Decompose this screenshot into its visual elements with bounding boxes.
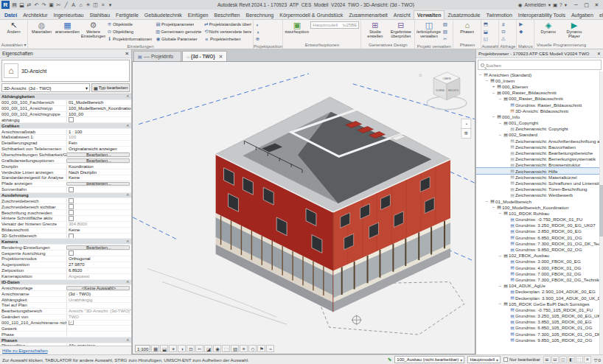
expander-icon[interactable]: +: [491, 84, 496, 88]
close-tab-icon[interactable]: ✕: [219, 54, 223, 60]
ribbon-big-button[interactable]: ◍Materialien: [29, 21, 54, 43]
close-icon[interactable]: ✕: [125, 51, 129, 57]
expander-icon[interactable]: −: [491, 91, 496, 95]
sun-settings-icon[interactable]: ☀: [85, 2, 91, 8]
tree-item[interactable]: ▤ Grundriss: 3.850_105_RDOK_00_EG: [476, 319, 603, 325]
tree-item[interactable]: − ▤ 002_Standard: [476, 132, 603, 138]
makro-sicherheit[interactable]: ◆: [518, 28, 527, 35]
thin-lines-icon[interactable]: ≡: [100, 2, 106, 8]
property-row[interactable]: Überschreibungen Sichtbarkeit/Grafiken B…: [0, 153, 131, 158]
signin-button[interactable]: Anmelden: [524, 2, 546, 7]
tree-item[interactable]: ▤ Grundriss: 3.250_105_RDOK_00_EG_UK012: [476, 313, 603, 319]
temporaere-ansichtseigenschaften-icon[interactable]: ▧: [231, 345, 239, 352]
tree-item[interactable]: ▤ Zeichenansicht: Bearbeitungsbereiche: [476, 150, 603, 155]
temporaer-ausblenden-icon[interactable]: ◉: [213, 345, 221, 352]
zoom-icon[interactable]: ⊕: [464, 130, 468, 136]
properties-help-link[interactable]: Hilfe zu Eigenschaften: [2, 348, 48, 353]
property-row[interactable]: Standardanzeigestil für Analyse Keine: [0, 175, 131, 181]
property-row[interactable]: Bearbeitungsbereich Ansicht "3D-Ansicht:…: [0, 309, 131, 315]
tree-item[interactable]: ▤ Grundriss: 7.300_RDOK_01_OG_DK_Technik: [476, 240, 603, 246]
editable-only-checkbox[interactable]: Nur bearbeitbar: [503, 357, 540, 362]
expander-icon[interactable]: −: [484, 199, 489, 203]
workset-combo[interactable]: 100_Ausbau (nicht bearbeitbar)▾: [394, 356, 464, 363]
property-row[interactable]: Disziplin Koordination: [0, 164, 131, 169]
zuschneidebereich-anzeigen-icon[interactable]: ◪: [204, 345, 212, 352]
ribbon-tab[interactable]: Körpermodell & Grundstück: [276, 11, 346, 19]
basisplaene-auswaehlen-icon[interactable]: ⊟: [551, 356, 559, 363]
sync-icon[interactable]: ⇄: [26, 2, 32, 8]
tree-item[interactable]: ▤ Grundriss: Raster_Bildausschnitt: [476, 102, 603, 108]
ribbon-big-button[interactable]: ▶Dynamo Player: [562, 21, 586, 41]
warnungen[interactable]: ⚠: [501, 35, 509, 43]
projektparameter[interactable]: ▤Projektparameter: [156, 21, 203, 28]
design-option-combo[interactable]: Hauptmodell\u25BE: [310, 21, 359, 29]
ribbon-big-button[interactable]: ↖Ändern: [1, 21, 26, 41]
objektstile[interactable]: ≋Objektstile: [107, 21, 154, 28]
undo-icon[interactable]: ↶: [33, 2, 40, 8]
property-row[interactable]: Phasen: [0, 337, 131, 343]
print-icon[interactable]: ▣: [48, 2, 55, 8]
property-row[interactable]: Geändert von TWO: [0, 315, 131, 321]
revit-logo-icon[interactable]: R: [1, 1, 10, 9]
tree-item[interactable]: − ▤ 102_FBOK_Ausbau: [476, 253, 603, 259]
ribbon-tab[interactable]: Zusatzmodule: [445, 11, 483, 19]
navigation-bar[interactable]: ◔ ⊕: [461, 119, 471, 139]
tree-item[interactable]: ▤ Zeichenansicht: Browserstruktur: [476, 162, 603, 168]
expander-icon[interactable]: −: [498, 301, 503, 306]
elemente-beim-ziehen-icon[interactable]: ⬚: [576, 356, 583, 363]
ribbon-tab[interactable]: Verwalten: [414, 10, 445, 19]
property-row[interactable]: Maßstabswert 1: 100: [0, 135, 131, 141]
auswahl-speichern[interactable]: ⬒: [483, 21, 492, 28]
visueller-stil-icon[interactable]: ⬓: [160, 345, 168, 352]
panel-label[interactable]: Phasen: [453, 42, 481, 49]
property-row[interactable]: Kamera: [0, 239, 131, 245]
ribbon-big-button[interactable]: ⊟Ergebnisse überprüfen: [388, 21, 413, 41]
property-row[interactable]: Beschriftung zuschneiden: [0, 210, 131, 216]
standort[interactable]: ⊕Standort: [255, 35, 264, 43]
tree-item[interactable]: ▤ Zeichenansicht: Materialkürzel: [476, 174, 603, 180]
property-row[interactable]: 000_110_210_Ansichtsname nicht aut...: [0, 321, 131, 326]
tree-item[interactable]: − ▤ Ansichten (Standard): [476, 71, 603, 77]
close-icon[interactable]: ✕: [597, 51, 601, 56]
viewcube[interactable]: ⌂ OBEN VORNE RECHTS: [419, 72, 467, 110]
ausgeblendete-elemente-icon[interactable]: ⬚: [222, 345, 230, 352]
expander-icon[interactable]: −: [498, 253, 503, 258]
ribbon-big-button[interactable]: ▣Entwurfsoptionen: [285, 21, 309, 41]
property-row[interactable]: Gewerk: [0, 326, 131, 332]
tree-item[interactable]: ▤ Zeichenansicht: Bauvorhaben: [476, 144, 603, 150]
ansicht-sperren-icon[interactable]: ⚑: [257, 345, 265, 352]
makro-manager[interactable]: ▶: [518, 21, 527, 28]
property-row[interactable]: Ansichtsmaßstab 1 : 100: [0, 129, 131, 135]
property-row[interactable]: Phase: [0, 332, 131, 337]
type-selector[interactable]: ⌂ 3D-Ansicht: [1, 60, 130, 82]
tree-item[interactable]: ▤ Grundriss: 6.850_105_RDOK_01_OG: [476, 325, 603, 331]
ribbon-big-button[interactable]: ◈Dynamo: [536, 21, 560, 41]
tree-item[interactable]: ▤ Zeichenansicht: Türen-Beschriftung: [476, 186, 603, 192]
ribbon-tab[interactable]: Zusammenarbeit: [346, 11, 391, 19]
verknuepfungen-auswaehlen-icon[interactable]: ⊞: [543, 356, 551, 363]
property-row[interactable]: Ansichtsvorlage <Keine Auswahl>: [0, 285, 131, 291]
property-row[interactable]: Hintere Schnittfläche aktiv: [0, 216, 131, 222]
home-icon[interactable]: ⌂: [419, 72, 422, 77]
panel-label[interactable]: Auswahl: [481, 43, 498, 49]
abziehbildtypen[interactable]: ▨: [442, 28, 451, 35]
ribbon-tab[interactable]: Aufgaben: [568, 11, 596, 19]
tree-item[interactable]: − ▤ 001_Copyright: [476, 120, 603, 126]
tree-item[interactable]: − ▤ 100_Modellbereich_Koordination: [476, 204, 603, 210]
property-row[interactable]: ID-Daten: [0, 280, 131, 286]
default-3d-view-icon[interactable]: ⌂: [77, 2, 84, 8]
aligned-dimension-icon[interactable]: ╱: [63, 2, 69, 8]
property-row[interactable]: abhängig: [0, 117, 131, 123]
section-icon[interactable]: ◫: [92, 2, 99, 8]
expander-icon[interactable]: −: [498, 97, 503, 101]
startansicht[interactable]: ✂: [442, 35, 451, 43]
auswahl-bearbeiten[interactable]: ◱: [483, 35, 492, 43]
ids-der-auswahl[interactable]: #: [501, 21, 509, 28]
tree-item[interactable]: ▤ Zeichenansicht: Hilfe: [476, 168, 603, 174]
tree-item[interactable]: ▤ Zeichenansicht: Bemerkungssystematik: [476, 156, 603, 162]
ribbon-tab[interactable]: Einfügen: [185, 11, 212, 19]
ribbon-tab[interactable]: Twinmotion: [483, 11, 515, 19]
property-row[interactable]: Detaillierungsgrad Fein: [0, 141, 131, 147]
nach-id-auswaehlen[interactable]: ⊡: [501, 28, 509, 35]
property-row[interactable]: Versatz der hinteren Grenze 304.8000: [0, 222, 131, 228]
